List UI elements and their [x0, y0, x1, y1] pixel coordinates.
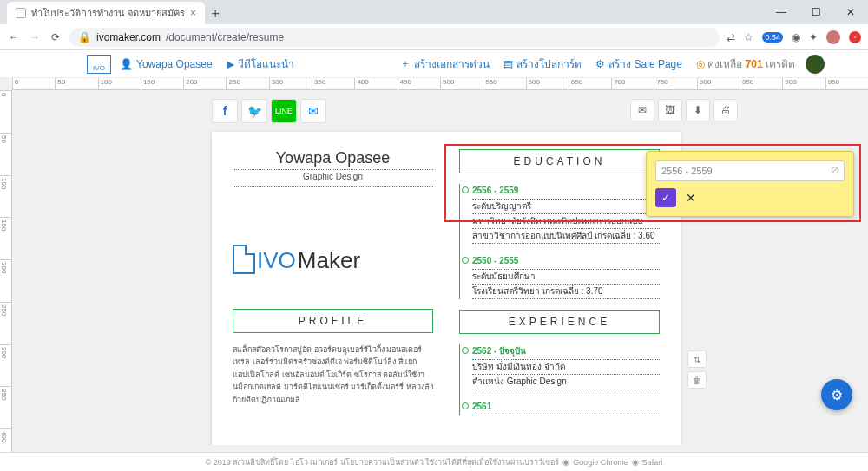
- profile-text[interactable]: สแล็กสต๊อควโรกาสปูอัด อวอร์ดบลูเบอร์รีไว…: [233, 343, 433, 406]
- safari-icon: ◉: [632, 458, 639, 467]
- postcard-button[interactable]: ▤ สร้างโปสการ์ด: [503, 56, 582, 72]
- quick-doc-label: สร้างเอกสารด่วน: [414, 56, 490, 72]
- browser-titlebar: ทำใบประวัติการทำงาน จดหมายสมัคร × + — ☐ …: [0, 0, 868, 24]
- clear-input-icon[interactable]: ⊘: [831, 164, 839, 176]
- extension-badge[interactable]: 0.54: [762, 32, 783, 43]
- image-icon[interactable]: 🖼: [658, 99, 682, 121]
- print-icon[interactable]: 🖨: [713, 99, 738, 121]
- user-menu[interactable]: 👤 Yowapa Opasee: [120, 58, 213, 70]
- document-icon: [233, 245, 255, 274]
- education-entry[interactable]: 2550 - 2555 ระดับมัธยมศึกษา โรงเรียนสตรี…: [464, 254, 660, 299]
- browser-toolbar: ← → ⟳ 🔒 ivomaker.com/document/create/res…: [0, 24, 868, 50]
- video-label: วีดีโอแนะนำ: [238, 56, 294, 72]
- inline-edit-popup: ⊘ ✓ ✕: [646, 151, 854, 217]
- ruler-horizontal: 0501001502002503003504004505005506006507…: [12, 78, 868, 90]
- canvas[interactable]: f 🐦 LINE ✉ ✉ 🖼 ⬇ 🖨 Yowapa Opasee Graphic…: [12, 90, 868, 445]
- profile-avatar-icon[interactable]: [826, 30, 840, 44]
- nav-avatar[interactable]: [806, 55, 825, 74]
- coin-icon: ◎: [696, 58, 705, 70]
- translate-icon[interactable]: ⇄: [727, 31, 735, 43]
- footer-browser1: Google Chrome: [573, 458, 628, 467]
- quick-doc-button[interactable]: ＋ สร้างเอกสารด่วน: [400, 56, 490, 72]
- footer-browser2: Safari: [642, 458, 663, 467]
- exp-line[interactable]: บริษัท มั่งมีเงินทอง จำกัด: [472, 360, 660, 375]
- play-icon: ▶: [227, 58, 234, 70]
- entry-side-controls: ⇅ 🗑: [687, 350, 707, 389]
- page-footer: © 2019 สงวนลิขสิทธิ์โดย ไอโว เมกเกอร์ นโ…: [0, 452, 868, 471]
- download-icon[interactable]: ⬇: [686, 99, 710, 121]
- address-bar[interactable]: 🔒 ivomaker.com/document/create/resume: [69, 28, 720, 47]
- email-icon[interactable]: ✉: [630, 99, 654, 121]
- forward-button[interactable]: →: [28, 30, 42, 44]
- edu-line[interactable]: โรงเรียนสตรีวิทยา เกรดเฉลี่ย : 3.70: [472, 285, 660, 299]
- extension-icons: ⇄ ☆ 0.54 ◉ ✦ ◦: [727, 30, 861, 44]
- gear-icon: ⚙: [831, 387, 843, 403]
- plus-icon: ＋: [400, 56, 411, 71]
- delete-icon[interactable]: 🗑: [687, 371, 707, 389]
- footer-text: © 2019 สงวนลิขสิทธิ์โดย ไอโว เมกเกอร์ นโ…: [206, 456, 560, 468]
- experience-entry[interactable]: 2561: [464, 400, 660, 415]
- edu-line[interactable]: ระดับมัธยมศึกษา: [472, 270, 660, 285]
- move-handle-icon[interactable]: ⇅: [687, 350, 707, 368]
- experience-entry[interactable]: 2562 - ปัจจุบัน บริษัท มั่งมีเงินทอง จำก…: [464, 344, 660, 389]
- exp-dates[interactable]: 2562 - ปัจจุบัน: [472, 344, 660, 360]
- tab-favicon: [16, 8, 26, 18]
- credits-value: 701: [746, 58, 763, 70]
- resume-role[interactable]: Graphic Design: [233, 172, 433, 187]
- user-name: Yowapa Opasee: [136, 58, 213, 70]
- settings-fab[interactable]: ⚙: [821, 379, 852, 410]
- minimize-button[interactable]: —: [764, 0, 799, 24]
- new-tab-button[interactable]: +: [205, 3, 226, 24]
- credits-display: ◎ คงเหลือ 701 เครดิต: [696, 56, 795, 72]
- edu-dates[interactable]: 2550 - 2555: [472, 254, 660, 270]
- tab-close-icon[interactable]: ×: [190, 7, 196, 19]
- salepage-label: สร้าง Sale Page: [608, 56, 682, 72]
- close-button[interactable]: ✕: [833, 0, 868, 24]
- url-host: ivomaker.com: [96, 31, 161, 43]
- user-icon: 👤: [120, 58, 133, 70]
- window-controls: — ☐ ✕: [764, 0, 868, 24]
- puzzle-icon[interactable]: ✦: [809, 31, 818, 43]
- lock-icon: 🔒: [78, 31, 91, 43]
- maximize-button[interactable]: ☐: [799, 0, 833, 24]
- edit-text-input[interactable]: [655, 160, 845, 181]
- messenger-icon[interactable]: ✉: [300, 99, 326, 123]
- back-button[interactable]: ←: [7, 30, 21, 44]
- confirm-button[interactable]: ✓: [655, 188, 676, 207]
- chrome-icon: ◉: [562, 458, 569, 467]
- postcard-label: สร้างโปสการ์ด: [516, 56, 582, 72]
- blocker-icon[interactable]: ◦: [849, 31, 861, 43]
- document-toolbar: ✉ 🖼 ⬇ 🖨: [630, 99, 738, 121]
- watermark-text2: Maker: [298, 247, 360, 274]
- star-icon[interactable]: ☆: [744, 31, 753, 43]
- doc-icon: ▤: [503, 58, 513, 70]
- profile-section-header[interactable]: PROFILE: [233, 309, 433, 333]
- ruler-vertical: 050100150200250300350400: [0, 90, 12, 471]
- exp-line[interactable]: ตำแหน่ง Graphic Design: [472, 375, 660, 389]
- line-icon[interactable]: LINE: [271, 99, 297, 123]
- cancel-button[interactable]: ✕: [681, 188, 700, 207]
- credits-unit: เครดิต: [766, 58, 795, 70]
- app-logo[interactable]: IVO: [87, 55, 111, 74]
- video-intro-link[interactable]: ▶ วีดีโอแนะนำ: [227, 56, 294, 72]
- experience-section-header[interactable]: EXPERIENCE: [459, 310, 660, 334]
- resume-name[interactable]: Yowapa Opasee: [233, 149, 433, 170]
- credits-label: คงเหลือ: [707, 58, 742, 70]
- facebook-icon[interactable]: f: [212, 99, 238, 123]
- camera-icon[interactable]: ◉: [792, 31, 800, 43]
- exp-dates[interactable]: 2561: [472, 400, 660, 415]
- reload-button[interactable]: ⟳: [49, 30, 62, 44]
- workspace: 0501001502002503003504004505005506006507…: [0, 78, 868, 471]
- tab-title: ทำใบประวัติการทำงาน จดหมายสมัคร: [31, 5, 185, 21]
- watermark-text1: IVO: [257, 247, 296, 274]
- share-toolbar: f 🐦 LINE ✉: [212, 99, 330, 123]
- gear-icon: ⚙: [595, 58, 605, 70]
- browser-tab[interactable]: ทำใบประวัติการทำงาน จดหมายสมัคร ×: [7, 2, 205, 24]
- app-topnav: IVO 👤 Yowapa Opasee ▶ วีดีโอแนะนำ ＋ สร้า…: [0, 50, 868, 78]
- salepage-button[interactable]: ⚙ สร้าง Sale Page: [595, 56, 682, 72]
- url-path: /document/create/resume: [166, 31, 284, 43]
- twitter-icon[interactable]: 🐦: [241, 99, 267, 123]
- edu-line[interactable]: สาขาวิชาการออกแบบนิเทศศิลป์ เกรดเฉลี่ย :…: [472, 229, 660, 244]
- watermark-logo: IVOMaker: [233, 245, 360, 274]
